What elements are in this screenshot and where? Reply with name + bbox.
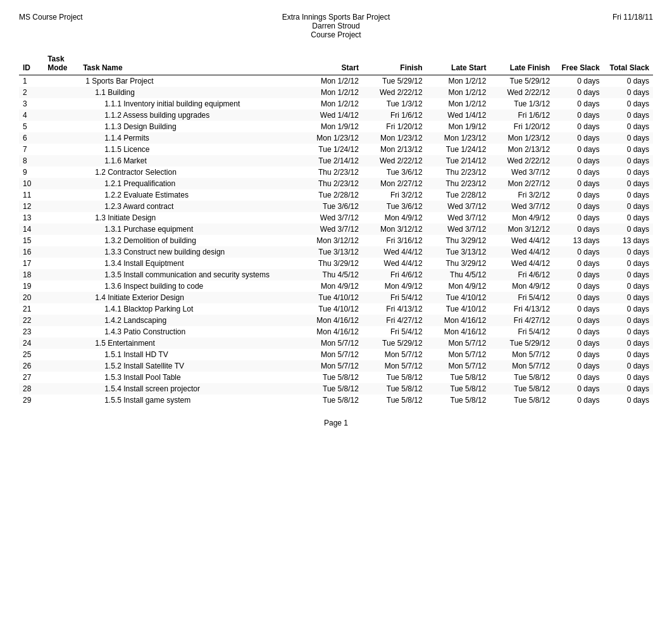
cell-latefinish: Fri 1/20/12: [490, 121, 554, 132]
table-row: 10 1.2.1 Prequalification Thu 2/23/12 Mo…: [19, 178, 653, 189]
cell-finish: Wed 2/22/12: [363, 87, 426, 98]
project-title: Extra Innings Sports Bar Project: [282, 13, 390, 22]
cell-id: 21: [19, 303, 44, 315]
cell-freeslack: 0 days: [554, 383, 603, 394]
cell-taskmode: [44, 349, 79, 360]
cell-taskname: 1.3.4 Install Equiptment: [79, 258, 306, 269]
cell-start: Mon 5/7/12: [306, 337, 363, 349]
cell-latefinish: Tue 5/29/12: [490, 75, 554, 87]
header: MS Course Project Extra Innings Sports B…: [19, 13, 653, 39]
table-row: 21 1.4.1 Blacktop Parking Lot Tue 4/10/1…: [19, 303, 653, 315]
cell-totalslack: 0 days: [604, 132, 653, 144]
cell-totalslack: 0 days: [604, 292, 653, 303]
cell-totalslack: 0 days: [604, 372, 653, 383]
cell-latestart: Wed 3/7/12: [426, 212, 490, 224]
cell-latestart: Tue 2/14/12: [426, 155, 490, 167]
cell-totalslack: 0 days: [604, 269, 653, 281]
cell-taskname: 1.1.5 Licence: [79, 144, 306, 155]
cell-latefinish: Wed 4/4/12: [490, 246, 554, 258]
cell-start: Wed 3/7/12: [306, 212, 363, 224]
cell-freeslack: 0 days: [554, 201, 603, 212]
table-header-row: ID TaskMode Task Name Start Finish Late …: [19, 52, 653, 75]
cell-taskname: 1.1.4 Permits: [79, 132, 306, 144]
table-row: 15 1.3.2 Demolition of building Mon 3/12…: [19, 235, 653, 246]
cell-totalslack: 0 days: [604, 178, 653, 189]
table-row: 16 1.3.3 Construct new building design T…: [19, 246, 653, 258]
cell-latestart: Mon 1/2/12: [426, 98, 490, 110]
cell-taskmode: [44, 144, 79, 155]
cell-start: Mon 5/7/12: [306, 349, 363, 360]
cell-taskname: 1.2.1 Prequalification: [79, 178, 306, 189]
cell-start: Tue 4/10/12: [306, 303, 363, 315]
cell-taskmode: [44, 292, 79, 303]
cell-id: 13: [19, 212, 44, 224]
cell-taskmode: [44, 132, 79, 144]
cell-id: 6: [19, 132, 44, 144]
cell-freeslack: 0 days: [554, 212, 603, 224]
cell-latefinish: Fri 4/27/12: [490, 315, 554, 326]
cell-latestart: Tue 3/13/12: [426, 246, 490, 258]
cell-latefinish: Mon 5/7/12: [490, 349, 554, 360]
cell-finish: Fri 4/13/12: [363, 303, 426, 315]
cell-freeslack: 0 days: [554, 98, 603, 110]
cell-taskname: 1.5 Entertainment: [79, 337, 306, 349]
cell-taskname: 1.5.2 Install Satellite TV: [79, 360, 306, 372]
cell-latestart: Mon 5/7/12: [426, 349, 490, 360]
cell-freeslack: 0 days: [554, 132, 603, 144]
cell-freeslack: 0 days: [554, 110, 603, 121]
cell-taskname: 1.1.3 Design Building: [79, 121, 306, 132]
cell-taskmode: [44, 178, 79, 189]
cell-latestart: Mon 1/23/12: [426, 132, 490, 144]
cell-totalslack: 0 days: [604, 246, 653, 258]
table-row: 12 1.2.3 Award contract Tue 3/6/12 Tue 3…: [19, 201, 653, 212]
cell-taskname: 1.5.5 Install game system: [79, 394, 306, 406]
cell-totalslack: 0 days: [604, 315, 653, 326]
cell-taskname: 1.2.2 Evaluate Estimates: [79, 189, 306, 201]
cell-finish: Fri 1/20/12: [363, 121, 426, 132]
cell-latestart: Mon 4/16/12: [426, 326, 490, 337]
cell-id: 3: [19, 98, 44, 110]
cell-id: 14: [19, 224, 44, 235]
cell-latefinish: Mon 1/23/12: [490, 132, 554, 144]
cell-latefinish: Tue 1/3/12: [490, 98, 554, 110]
table-row: 27 1.5.3 Install Pool Table Tue 5/8/12 T…: [19, 372, 653, 383]
project-manager: Darren Stroud: [282, 22, 390, 30]
cell-latefinish: Mon 4/9/12: [490, 281, 554, 292]
table-row: 25 1.5.1 Install HD TV Mon 5/7/12 Mon 5/…: [19, 349, 653, 360]
cell-finish: Mon 2/13/12: [363, 144, 426, 155]
cell-totalslack: 0 days: [604, 258, 653, 269]
cell-id: 18: [19, 269, 44, 281]
table-row: 11 1.2.2 Evaluate Estimates Tue 2/28/12 …: [19, 189, 653, 201]
cell-latefinish: Mon 5/7/12: [490, 360, 554, 372]
task-table: ID TaskMode Task Name Start Finish Late …: [19, 52, 653, 406]
cell-start: Tue 4/10/12: [306, 292, 363, 303]
cell-latestart: Thu 4/5/12: [426, 269, 490, 281]
cell-taskname: 1.3.1 Purchase equipment: [79, 224, 306, 235]
cell-freeslack: 0 days: [554, 372, 603, 383]
cell-start: Mon 4/16/12: [306, 326, 363, 337]
cell-taskmode: [44, 337, 79, 349]
table-row: 28 1.5.4 Install screen projector Tue 5/…: [19, 383, 653, 394]
cell-start: Tue 5/8/12: [306, 372, 363, 383]
cell-id: 16: [19, 246, 44, 258]
cell-id: 11: [19, 189, 44, 201]
cell-totalslack: 0 days: [604, 281, 653, 292]
cell-finish: Tue 5/8/12: [363, 383, 426, 394]
cell-taskname: 1.3.2 Demolition of building: [79, 235, 306, 246]
cell-latestart: Wed 1/4/12: [426, 110, 490, 121]
cell-finish: Mon 2/27/12: [363, 178, 426, 189]
cell-totalslack: 0 days: [604, 87, 653, 98]
cell-totalslack: 0 days: [604, 337, 653, 349]
cell-freeslack: 0 days: [554, 315, 603, 326]
cell-finish: Tue 5/29/12: [363, 337, 426, 349]
cell-id: 29: [19, 394, 44, 406]
cell-taskname: 1.3 Initiate Design: [79, 212, 306, 224]
cell-id: 15: [19, 235, 44, 246]
cell-taskmode: [44, 315, 79, 326]
cell-taskmode: [44, 110, 79, 121]
table-row: 4 1.1.2 Assess building upgrades Wed 1/4…: [19, 110, 653, 121]
cell-start: Tue 3/13/12: [306, 246, 363, 258]
cell-finish: Tue 3/6/12: [363, 201, 426, 212]
cell-start: Thu 2/23/12: [306, 167, 363, 178]
cell-finish: Fri 4/27/12: [363, 315, 426, 326]
